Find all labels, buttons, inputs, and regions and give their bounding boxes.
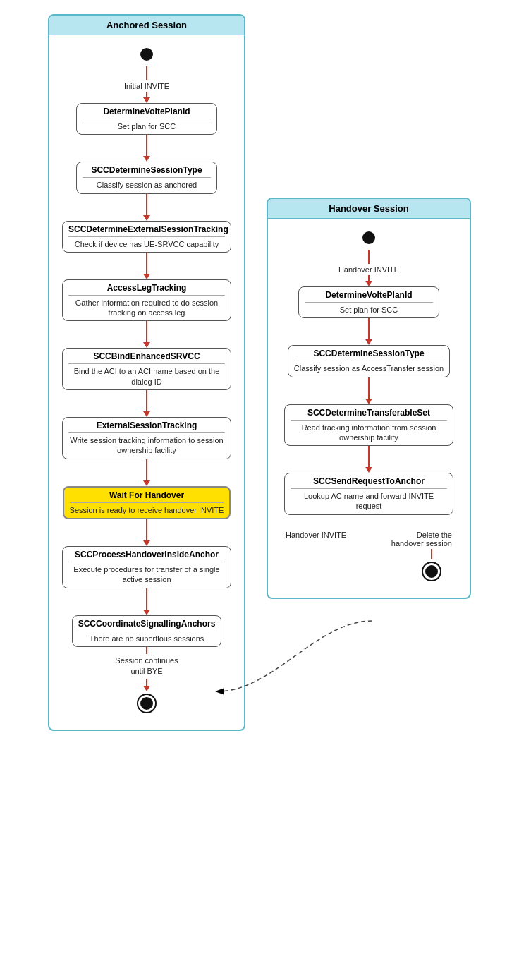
state-name-3: AccessLegTracking: [68, 283, 225, 296]
state-desc-0: Set plan for SCC: [83, 121, 211, 131]
arrow-8: Session continuesuntil BYE: [115, 647, 178, 691]
end-node-container: [279, 549, 459, 583]
session-continues-label: Session continuesuntil BYE: [115, 655, 178, 677]
state-desc-3: Gather information required to do sessio…: [68, 298, 225, 318]
state-scc-determine-session-handover: SCCDetermineSessionType Classify session…: [288, 345, 450, 377]
state-scc-process-handover: SCCProcessHandoverInsideAnchor Execute p…: [62, 546, 231, 588]
state-h-name-3: SCCSendRequestToAnchor: [291, 476, 447, 489]
handover-start-node: [362, 231, 375, 244]
state-name-4: SCCBindEnhancedSRVCC: [68, 351, 225, 364]
state-external-session-tracking: ExternalSessionTracking Write session tr…: [62, 417, 231, 459]
arrow-0: [143, 135, 150, 162]
arrow-7: [143, 588, 150, 615]
state-name-1: SCCDetermineSessionType: [83, 165, 211, 178]
state-desc-6: Session is ready to receive handover INV…: [70, 505, 224, 515]
arrow-6: [143, 519, 150, 546]
state-name-0: DetermineVoltePlanId: [83, 107, 211, 119]
state-h-desc-1: Classify session as AccessTransfer sessi…: [294, 363, 444, 373]
handover-end-node: [425, 565, 438, 578]
state-desc-2: Check if device has UE-SRVCC capability: [68, 239, 225, 249]
handover-session-body: Handover INVITE DetermineVoltePlanId Set…: [268, 219, 470, 598]
state-desc-8: There are no superflous sessions: [78, 634, 216, 643]
state-scc-determine-external: SCCDetermineExternalSessionTracking Chec…: [62, 221, 231, 253]
h-arrow-0: [365, 318, 372, 345]
handover-invite-bottom-label: Handover INVITE: [286, 531, 346, 548]
h-arrow-1: [365, 377, 372, 404]
diagram-container: Anchored Session Initial INVITE Determin…: [48, 14, 471, 731]
anchored-end-node: [140, 697, 153, 710]
state-h-desc-2: Read tracking information from session o…: [291, 423, 447, 443]
arrow-handover-invite: Handover INVITE: [338, 250, 399, 286]
arrow-1: [143, 194, 150, 221]
anchored-start-node: [140, 48, 153, 61]
state-desc-4: Bind the ACI to an ACI name based on the…: [68, 366, 225, 387]
delete-handover-label: Delete thehandover session: [391, 531, 452, 548]
state-determine-volte-handover: DetermineVoltePlanId Set plan for SCC: [298, 286, 439, 318]
arrow-initial-invite: Initial INVITE: [124, 66, 169, 103]
state-desc-5: Write session tracking information to se…: [68, 435, 225, 456]
handover-invite-label: Handover INVITE: [338, 265, 399, 274]
state-name-6: Wait For Handover: [70, 490, 224, 503]
state-name-5: ExternalSessionTracking: [68, 421, 225, 433]
initial-invite-label: Initial INVITE: [124, 82, 169, 90]
h-arrow-end: [425, 549, 438, 583]
state-access-leg-tracking: AccessLegTracking Gather information req…: [62, 279, 231, 322]
state-h-desc-3: Lookup AC name and forward INVITE reques…: [291, 491, 447, 512]
state-wait-for-handover: Wait For Handover Session is ready to re…: [63, 486, 231, 519]
arrow-4: [143, 390, 150, 417]
state-h-desc-0: Set plan for SCC: [305, 305, 433, 315]
state-scc-send-request: SCCSendRequestToAnchor Lookup AC name an…: [284, 473, 453, 515]
state-name-7: SCCProcessHandoverInsideAnchor: [68, 550, 225, 562]
state-name-8: SCCCoordinateSignallingAnchors: [78, 619, 216, 631]
state-scc-coordinate-signalling: SCCCoordinateSignallingAnchors There are…: [72, 615, 222, 647]
state-h-name-1: SCCDetermineSessionType: [294, 349, 444, 361]
h-arrow-2: [365, 446, 372, 473]
state-determine-volte-plan-anchored: DetermineVoltePlanId Set plan for SCC: [76, 103, 217, 135]
state-name-2: SCCDetermineExternalSessionTracking: [68, 224, 225, 237]
anchored-session-title: Anchored Session: [49, 16, 244, 35]
state-desc-7: Execute procedures for transfer of a sin…: [68, 564, 225, 585]
state-scc-determine-transferable: SCCDetermineTransferableSet Read trackin…: [284, 404, 453, 447]
state-scc-determine-session-anchored: SCCDetermineSessionType Classify session…: [76, 162, 217, 193]
state-h-name-2: SCCDetermineTransferableSet: [291, 408, 447, 421]
state-desc-1: Classify session as anchored: [83, 180, 211, 190]
arrow-5: [143, 459, 150, 486]
handover-session-title: Handover Session: [268, 199, 470, 219]
state-h-name-0: DetermineVoltePlanId: [305, 290, 433, 303]
arrow-3: [143, 321, 150, 348]
anchored-session-lane: Anchored Session Initial INVITE Determin…: [48, 14, 245, 731]
handover-session-lane: Handover Session Handover INVITE Determi…: [267, 198, 471, 599]
anchored-session-body: Initial INVITE DetermineVoltePlanId Set …: [49, 35, 244, 730]
bottom-labels-row: Handover INVITE Delete thehandover sessi…: [279, 529, 459, 549]
arrow-2: [143, 253, 150, 279]
state-scc-bind-enhanced: SCCBindEnhancedSRVCC Bind the ACI to an …: [62, 348, 231, 390]
